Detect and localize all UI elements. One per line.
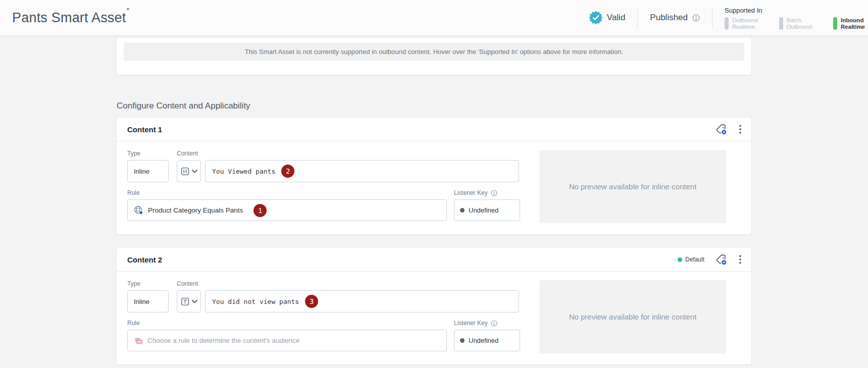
chevron-down-icon — [192, 300, 197, 303]
content-value-input[interactable]: You did not view pants 3 — [205, 290, 519, 312]
supported-pill — [725, 17, 729, 30]
kebab-menu-icon — [739, 125, 741, 134]
rule-label: Rule — [127, 189, 447, 196]
listener-key-value[interactable]: Undefined — [454, 330, 520, 351]
listener-key-info-icon[interactable] — [491, 320, 497, 327]
kebab-menu-icon — [739, 255, 741, 264]
supported-outbound-realtime[interactable]: OutboundRealtime — [725, 17, 758, 30]
supported-inbound-realtime[interactable]: InboundRealtime — [833, 17, 865, 30]
undefined-dot-icon — [460, 208, 465, 213]
type-label: Type — [127, 150, 169, 157]
rule-input[interactable]: Choose a rule to determine the content's… — [127, 330, 447, 351]
label-tag-icon — [716, 124, 727, 135]
annotation-badge: 2 — [281, 165, 294, 178]
valid-seal-icon — [589, 11, 602, 24]
content-1-title: Content 1 — [127, 125, 162, 134]
undefined-dot-icon — [460, 338, 465, 343]
globe-icon — [134, 205, 143, 215]
header-divider — [712, 7, 712, 29]
listener-key-info-icon[interactable] — [491, 190, 497, 196]
content-label: Content — [177, 280, 519, 287]
page-header: Pants Smart Asset* Valid Published Suppo… — [0, 0, 868, 36]
valid-status: Valid — [589, 11, 626, 24]
valid-status-label: Valid — [607, 13, 626, 23]
text-file-icon — [181, 297, 189, 306]
rule-placeholder: Choose a rule to determine the content's… — [147, 337, 299, 344]
no-preview-message: No preview available for inline content — [569, 182, 697, 191]
supported-pill — [779, 17, 783, 30]
content-preview: No preview available for inline content — [539, 150, 726, 223]
page-title: Pants Smart Asset* — [12, 10, 130, 26]
chevron-down-icon — [192, 170, 197, 173]
supported-pill — [833, 17, 837, 30]
content-2-card: Content 2 Default — [117, 248, 751, 364]
default-badge: Default — [678, 256, 704, 263]
listener-key-label: Listener Key — [454, 320, 520, 327]
content-type-dropdown[interactable] — [177, 160, 201, 182]
content-1-card: Content 1 — [117, 118, 751, 234]
content-preview: No preview available for inline content — [539, 280, 726, 353]
label-tag-icon — [716, 254, 727, 266]
type-label: Type — [127, 280, 169, 287]
content-2-title: Content 2 — [127, 255, 162, 264]
labels-tag-button[interactable] — [714, 253, 728, 267]
published-status-label: Published — [650, 13, 688, 23]
content-label: Content — [177, 150, 519, 157]
annotation-badge: 3 — [305, 295, 318, 308]
rule-label: Rule — [127, 320, 447, 327]
listener-key-label: Listener Key — [454, 189, 520, 196]
rule-input[interactable]: Product Category Equals Pants 1 — [127, 199, 447, 221]
section-heading: Configure Content and Applicability — [117, 101, 751, 111]
labels-tag-button[interactable] — [714, 123, 728, 136]
content-type-dropdown[interactable] — [177, 290, 201, 312]
no-preview-message: No preview available for inline content — [569, 312, 697, 321]
type-select[interactable]: Inline — [127, 160, 169, 182]
card-menu-button[interactable] — [738, 124, 742, 135]
type-select[interactable]: Inline — [127, 290, 169, 312]
published-status: Published — [650, 13, 700, 23]
default-dot-icon — [678, 257, 682, 262]
listener-key-value[interactable]: Undefined — [454, 199, 520, 221]
card-menu-button[interactable] — [738, 254, 742, 265]
annotation-badge: 1 — [253, 204, 267, 217]
supported-in-block: Supported In OutboundRealtime BatchOutbo… — [725, 6, 865, 30]
header-divider — [637, 7, 638, 29]
published-info-icon[interactable] — [692, 14, 700, 22]
rules-stack-icon — [134, 337, 143, 345]
notice-card: This Smart Asset is not currently suppor… — [117, 38, 751, 75]
unsaved-indicator: * — [127, 6, 130, 14]
supported-batch-outbound[interactable]: BatchOutbound — [779, 17, 812, 30]
code-file-icon — [181, 167, 189, 176]
outbound-unsupported-notice: This Smart Asset is not currently suppor… — [124, 42, 744, 61]
content-value-input[interactable]: You Viewed pants 2 — [205, 160, 519, 182]
supported-in-label: Supported In — [725, 7, 865, 14]
